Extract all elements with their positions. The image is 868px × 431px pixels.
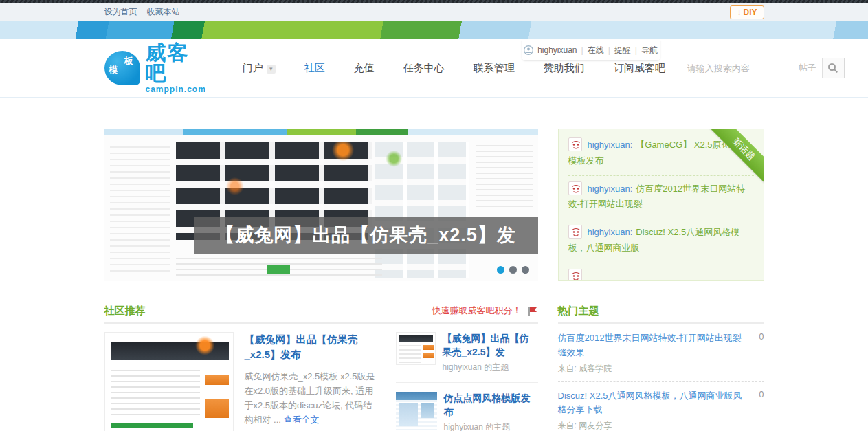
notifications-link[interactable]: 提醒 bbox=[614, 45, 631, 56]
navigation-link[interactable]: 导航 bbox=[641, 45, 658, 56]
slide-mock-text bbox=[110, 146, 170, 274]
article-thumbnail[interactable] bbox=[396, 392, 437, 430]
main-nav: 门户▾ 社区 充值 任务中心 联系管理 赞助我们 订阅威客吧 bbox=[228, 58, 680, 79]
diy-label: DIY bbox=[743, 8, 757, 17]
topic-author[interactable]: highyixuan: bbox=[588, 140, 633, 150]
divider bbox=[396, 382, 538, 383]
user-avatar-icon bbox=[568, 181, 582, 195]
new-topic-ribbon-wrap: 新话题 bbox=[704, 129, 764, 189]
divider bbox=[104, 322, 538, 324]
read-more-link[interactable]: 查看全文 bbox=[284, 415, 320, 425]
flag-icon bbox=[527, 306, 538, 316]
hot-topic-item: 仿百度2012世界末日网站特效-打开网站出现裂缝效果 0 来自: 威客学院 bbox=[558, 324, 764, 382]
reply-count: 0 bbox=[759, 331, 764, 360]
nav-item-recharge[interactable]: 充值 bbox=[340, 58, 389, 79]
hot-topic-source: 来自: 威客学院 bbox=[558, 363, 764, 375]
bookmark-site-link[interactable]: 收藏本站 bbox=[147, 6, 180, 18]
user-bar: highyixuan | 在线 | 提醒 | 导航 bbox=[522, 40, 660, 60]
article-thumbnail[interactable] bbox=[396, 332, 436, 365]
carousel-dot-3[interactable] bbox=[522, 266, 529, 274]
search-bar: 帖子 bbox=[680, 58, 845, 78]
new-topic-item[interactable] bbox=[568, 263, 754, 282]
article-meta: highyixuan 的主题 bbox=[444, 421, 538, 431]
article-title[interactable]: 【威兔网】出品【仿果壳_x2.5】发 bbox=[443, 332, 538, 359]
carousel-dot-1[interactable] bbox=[497, 266, 504, 274]
user-avatar-icon bbox=[568, 225, 582, 239]
carousel-caption[interactable]: 【威兔网】出品【仿果壳_x2.5】发 bbox=[194, 217, 538, 254]
hot-topic-link[interactable]: 仿百度2012世界末日网站特效-打开网站出现裂缝效果 bbox=[558, 331, 750, 360]
earn-points-link[interactable]: 快速赚取威客吧积分！ bbox=[432, 305, 538, 317]
decor-banner: highyixuan | 在线 | 提醒 | 导航 bbox=[0, 21, 868, 39]
logo-badge-char: 板 bbox=[124, 55, 133, 67]
carousel-dot-2[interactable] bbox=[509, 266, 517, 274]
user-avatar-icon bbox=[568, 137, 582, 151]
divider: | bbox=[608, 45, 610, 55]
hot-topics-section: 热门主题 仿百度2012世界末日网站特效-打开网站出现裂缝效果 0 来自: 威客… bbox=[558, 303, 764, 431]
article-meta: highyixuan 的主题 bbox=[443, 362, 538, 373]
nav-item-label: 门户 bbox=[243, 62, 263, 74]
site-domain: camppin.com bbox=[146, 85, 206, 94]
utility-bar: 设为首页 收藏本站 ↓ DIY bbox=[0, 3, 868, 21]
main-content: 【威兔网】出品【仿果壳_x2.5】发 社区推荐 快速赚取威客吧积分！ bbox=[0, 129, 868, 431]
user-avatar-icon bbox=[568, 269, 582, 282]
featured-article-thumbnail[interactable] bbox=[104, 332, 234, 431]
divider: | bbox=[581, 45, 583, 55]
nav-item-community[interactable]: 社区 bbox=[290, 58, 340, 79]
down-arrow-icon: ↓ bbox=[737, 8, 741, 17]
carousel-dots bbox=[497, 266, 529, 274]
featured-article-title[interactable]: 【威兔网】出品【仿果壳_x2.5】发布 bbox=[245, 332, 381, 362]
site-header: 板 模 威客吧 camppin.com 门户▾ 社区 充值 任务中心 联系管理 … bbox=[0, 39, 868, 98]
online-status-link[interactable]: 在线 bbox=[588, 45, 604, 56]
nav-item-portal[interactable]: 门户▾ bbox=[228, 58, 290, 79]
user-avatar-icon bbox=[524, 45, 533, 55]
nav-item-task-center[interactable]: 任务中心 bbox=[389, 58, 459, 79]
username-link[interactable]: highyixuan bbox=[537, 45, 577, 55]
search-button[interactable] bbox=[822, 58, 844, 78]
featured-article-excerpt: 威兔网仿果壳_x2.5模板 x2.5版是在x2.0版的基础上升级而来, 适用于x… bbox=[245, 369, 381, 427]
nav-item-sponsor-us[interactable]: 赞助我们 bbox=[529, 58, 599, 79]
slide-mock-text bbox=[476, 145, 533, 211]
site-title: 威客吧 bbox=[146, 43, 206, 84]
hot-topic-source: 来自: 网友分享 bbox=[558, 420, 764, 431]
reply-count: 0 bbox=[759, 389, 764, 418]
topic-author[interactable]: highyixuan: bbox=[588, 184, 633, 194]
diy-button[interactable]: ↓ DIY bbox=[730, 5, 764, 19]
search-scope-select[interactable]: 帖子 bbox=[794, 62, 822, 74]
article-title[interactable]: 仿点点网风格模版发布 bbox=[444, 392, 538, 419]
set-homepage-link[interactable]: 设为首页 bbox=[104, 6, 137, 18]
logo-badge-icon: 板 模 bbox=[104, 51, 140, 85]
slide-mock-header bbox=[104, 129, 538, 135]
hot-topic-link[interactable]: Discuz! X2.5八通网风格模板，八通网商业版风格分享下载 bbox=[558, 389, 750, 418]
nav-item-contact-admin[interactable]: 联系管理 bbox=[459, 58, 529, 79]
slide-mock-thumbnails bbox=[375, 142, 469, 278]
chevron-down-icon[interactable]: ▾ bbox=[267, 65, 276, 74]
community-section-header: 社区推荐 快速赚取威客吧积分！ bbox=[104, 303, 538, 318]
new-topic-ribbon: 新话题 bbox=[705, 129, 764, 188]
new-topic-item[interactable]: highyixuan:Discuz! X2.5八通网风格模板，八通网商业版 bbox=[568, 219, 754, 263]
list-item[interactable]: 仿点点网风格模版发布 highyixuan 的主题 bbox=[396, 392, 538, 431]
section-title: 社区推荐 bbox=[104, 305, 146, 318]
search-icon bbox=[827, 63, 838, 74]
slide-mock-button bbox=[267, 265, 290, 274]
carousel-slide[interactable]: 【威兔网】出品【仿果壳_x2.5】发 bbox=[104, 129, 538, 281]
site-logo[interactable]: 板 模 威客吧 camppin.com bbox=[104, 43, 206, 94]
hot-topic-item: Discuz! X2.5八通网风格模板，八通网商业版风格分享下载 0 来自: 网… bbox=[558, 382, 764, 431]
search-input[interactable] bbox=[680, 63, 794, 74]
promo-label: 快速赚取威客吧积分！ bbox=[432, 305, 522, 317]
list-item[interactable]: 【威兔网】出品【仿果壳_x2.5】发 highyixuan 的主题 bbox=[396, 332, 538, 373]
nav-item-subscribe[interactable]: 订阅威客吧 bbox=[599, 58, 680, 79]
section-title: 热门主题 bbox=[558, 305, 599, 318]
new-topics-panel: highyixuan:【GameCG】 X2.5原创清爽模板发布 highyix… bbox=[558, 129, 764, 281]
divider: | bbox=[635, 45, 637, 55]
topic-author[interactable]: highyixuan: bbox=[588, 227, 633, 237]
logo-badge-char: 模 bbox=[109, 64, 118, 76]
